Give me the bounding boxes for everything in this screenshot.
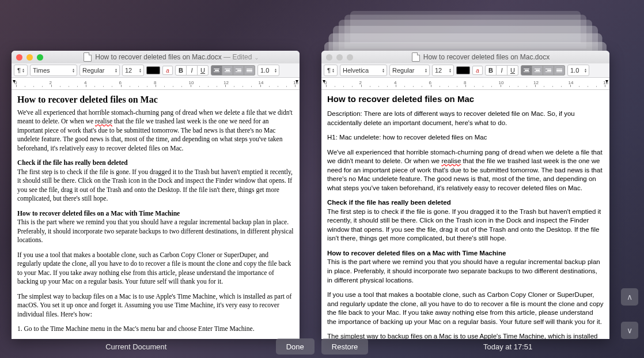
- document-body-left[interactable]: How to recover deleted files on Mac We'v…: [12, 90, 300, 339]
- version-stack: [321, 7, 609, 56]
- versions-bottom-bar: Current Document Done Restore Today at 1…: [0, 335, 644, 358]
- line-spacing-select[interactable]: 1.0▴▾: [257, 65, 279, 76]
- font-style-select[interactable]: Regular▴▾: [79, 65, 120, 76]
- timeline-up-button[interactable]: ∧: [621, 288, 638, 306]
- paragraph: If you use a tool that makes a bootable …: [17, 251, 294, 287]
- align-justify-button[interactable]: [554, 65, 565, 76]
- zoom-button[interactable]: [37, 54, 43, 61]
- restore-button[interactable]: Restore: [321, 338, 369, 355]
- paragraph-style-select[interactable]: ¶▴▾: [324, 65, 338, 76]
- font-size-select[interactable]: 12▴▾: [432, 65, 454, 76]
- paragraph: How to recover deleted files on a Mac wi…: [17, 209, 294, 245]
- line-spacing-select[interactable]: 1.0▴▾: [567, 65, 589, 76]
- strikethrough-button[interactable]: a: [162, 66, 173, 75]
- paragraph: We've all experienced that horrible stom…: [327, 148, 604, 193]
- version-timestamp-label: Today at 17:51: [372, 342, 644, 351]
- paragraph: Check if the file has really been delete…: [17, 159, 294, 204]
- paragraph: If you use a tool that makes a bootable …: [327, 291, 604, 326]
- close-button[interactable]: [16, 54, 22, 61]
- current-document-window: How to recover deleted files on Mac.docx…: [12, 51, 300, 339]
- font-size-select[interactable]: 12▴▾: [122, 65, 144, 76]
- align-center-button[interactable]: [532, 65, 543, 76]
- paragraph: 1. Go to the Time Machine menu in the Ma…: [17, 325, 294, 334]
- format-toolbar-right: ¶▴▾ Helvetica▴▾ Regular▴▾ 12▴▾ a B I U 1…: [321, 63, 609, 78]
- text-color-swatch[interactable]: [146, 66, 160, 74]
- font-family-select[interactable]: Helvetica▴▾: [340, 65, 387, 76]
- titlebar-right[interactable]: How to recover deleted files on Mac.docx: [321, 51, 609, 63]
- format-toolbar-left: ¶▴▾ Times▴▾ Regular▴▾ 12▴▾ a B I U 1.0▴▾: [12, 63, 300, 78]
- zoom-button[interactable]: [347, 54, 353, 61]
- doc-heading: How to recover deleted files on Mac: [17, 93, 294, 106]
- version-document-window: How to recover deleted files on Mac.docx…: [321, 51, 609, 339]
- italic-button[interactable]: I: [187, 65, 198, 76]
- chevron-down-icon[interactable]: ⌵: [255, 55, 258, 61]
- align-right-button[interactable]: [233, 65, 244, 76]
- paragraph: We've all experienced that horrible stom…: [17, 108, 294, 153]
- document-icon: [84, 52, 92, 62]
- underline-button[interactable]: U: [507, 65, 518, 76]
- bold-button[interactable]: B: [485, 65, 497, 76]
- underline-button[interactable]: U: [198, 65, 209, 76]
- paragraph: Description: There are lots of different…: [327, 110, 604, 127]
- done-button[interactable]: Done: [276, 338, 315, 355]
- align-left-button[interactable]: [211, 65, 222, 76]
- align-left-button[interactable]: [521, 65, 532, 76]
- minimize-button[interactable]: [336, 54, 343, 61]
- doc-heading: How to recover deleted files on Mac: [327, 93, 604, 105]
- strikethrough-button[interactable]: a: [472, 66, 483, 75]
- font-style-select[interactable]: Regular▴▾: [389, 65, 430, 76]
- paragraph-style-select[interactable]: ¶▴▾: [14, 65, 28, 76]
- minimize-button[interactable]: [26, 54, 33, 61]
- document-body-right[interactable]: How to recover deleted files on Mac Desc…: [321, 90, 609, 339]
- paragraph: The simplest way to backup files on a Ma…: [17, 292, 294, 319]
- document-icon: [412, 52, 420, 62]
- titlebar-left[interactable]: How to recover deleted files on Mac.docx…: [12, 51, 300, 63]
- bold-button[interactable]: B: [175, 65, 187, 76]
- paragraph: Check if the file has really been delete…: [327, 198, 604, 243]
- ruler-left[interactable]: ▾ ▾ 0246810121416: [12, 78, 300, 90]
- align-right-button[interactable]: [543, 65, 554, 76]
- paragraph: H1: Mac undelete: how to recover deleted…: [327, 133, 604, 142]
- alignment-group[interactable]: [211, 65, 255, 76]
- align-center-button[interactable]: [222, 65, 233, 76]
- window-title: How to recover deleted files on Mac.docx…: [95, 53, 258, 61]
- alignment-group[interactable]: [521, 65, 565, 76]
- ruler-right[interactable]: ▾ ▾ 0246810121416: [321, 78, 609, 90]
- font-family-select[interactable]: Times▴▾: [30, 65, 77, 76]
- text-color-swatch[interactable]: [456, 66, 470, 74]
- current-document-label: Current Document: [0, 342, 272, 351]
- italic-button[interactable]: I: [497, 65, 507, 76]
- paragraph: How to recover deleted files on a Mac wi…: [327, 249, 604, 285]
- close-button[interactable]: [326, 54, 332, 61]
- align-justify-button[interactable]: [244, 65, 255, 76]
- window-title: How to recover deleted files on Mac.docx: [423, 53, 550, 61]
